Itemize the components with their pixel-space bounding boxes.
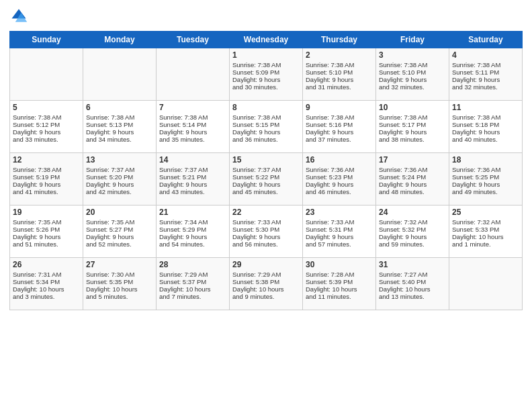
calendar-week-row: 26Sunrise: 7:31 AMSunset: 5:34 PMDayligh… [10,258,523,310]
day-number: 15 [232,155,300,165]
calendar-cell: 14Sunrise: 7:37 AMSunset: 5:21 PMDayligh… [157,153,230,205]
calendar-week-row: 12Sunrise: 7:38 AMSunset: 5:19 PMDayligh… [10,153,523,205]
logo [9,7,31,26]
cell-content-line: Sunrise: 7:38 AM [452,61,519,68]
cell-content-line: Sunset: 5:27 PM [86,226,153,233]
calendar-cell: 26Sunrise: 7:31 AMSunset: 5:34 PMDayligh… [10,258,83,310]
cell-content-line: and 38 minutes. [379,136,446,143]
day-number: 22 [232,208,300,217]
weekday-header: Wednesday [230,32,303,48]
cell-content-line: Daylight: 9 hours [379,233,446,240]
cell-content-line: Sunset: 5:25 PM [452,173,519,181]
cell-content-line: and 41 minutes. [13,188,80,195]
calendar-cell [83,48,157,101]
calendar-cell: 10Sunrise: 7:38 AMSunset: 5:17 PMDayligh… [376,101,449,153]
cell-content-line: and 34 minutes. [86,136,153,143]
cell-content-line: and 32 minutes. [452,83,519,91]
cell-content-line: and 5 minutes. [86,293,153,300]
cell-content-line: Daylight: 9 hours [159,128,226,136]
cell-content-line: Sunset: 5:18 PM [452,121,519,128]
cell-content-line: Sunset: 5:29 PM [159,226,226,233]
cell-content-line: Sunrise: 7:32 AM [379,218,446,226]
cell-content-line: Daylight: 9 hours [232,128,300,136]
cell-content-line: Sunrise: 7:27 AM [379,271,446,278]
cell-content-line: Daylight: 9 hours [13,181,80,188]
calendar-cell: 6Sunrise: 7:38 AMSunset: 5:13 PMDaylight… [83,101,157,153]
logo-icon [9,7,28,26]
day-number: 27 [86,260,153,269]
weekday-header: Tuesday [157,32,230,48]
cell-content-line: Sunrise: 7:34 AM [159,218,226,226]
calendar-cell: 31Sunrise: 7:27 AMSunset: 5:40 PMDayligh… [376,258,449,310]
cell-content-line: and 59 minutes. [379,240,446,248]
calendar-cell: 11Sunrise: 7:38 AMSunset: 5:18 PMDayligh… [449,101,523,153]
cell-content-line: and 57 minutes. [306,240,373,248]
cell-content-line: Daylight: 10 hours [306,285,373,293]
calendar-cell: 13Sunrise: 7:37 AMSunset: 5:20 PMDayligh… [83,153,157,205]
cell-content-line: and 45 minutes. [232,188,300,195]
cell-content-line: Sunrise: 7:31 AM [13,271,80,278]
calendar-cell: 28Sunrise: 7:29 AMSunset: 5:37 PMDayligh… [157,258,230,310]
calendar-cell: 15Sunrise: 7:37 AMSunset: 5:22 PMDayligh… [230,153,303,205]
cell-content-line: and 30 minutes. [232,83,300,91]
calendar-cell: 20Sunrise: 7:35 AMSunset: 5:27 PMDayligh… [83,205,157,258]
cell-content-line: Daylight: 10 hours [86,285,153,293]
day-number: 1 [232,50,300,60]
cell-content-line: Daylight: 9 hours [306,76,373,83]
cell-content-line: Sunset: 5:34 PM [13,278,80,285]
cell-content-line: Daylight: 9 hours [306,233,373,240]
cell-content-line: Daylight: 9 hours [159,233,226,240]
cell-content-line: Daylight: 10 hours [379,285,446,293]
cell-content-line: and 42 minutes. [86,188,153,195]
day-number: 12 [13,155,80,165]
cell-content-line: Sunrise: 7:38 AM [379,61,446,68]
cell-content-line: Sunset: 5:10 PM [306,68,373,76]
cell-content-line: Sunset: 5:15 PM [232,121,300,128]
day-number: 19 [13,208,80,217]
cell-content-line: Sunset: 5:14 PM [159,121,226,128]
day-number: 24 [379,208,446,217]
cell-content-line: and 33 minutes. [13,136,80,143]
calendar-cell: 3Sunrise: 7:38 AMSunset: 5:10 PMDaylight… [376,48,449,101]
cell-content-line: Sunrise: 7:30 AM [86,271,153,278]
cell-content-line: Sunrise: 7:36 AM [452,166,519,173]
cell-content-line: Sunrise: 7:38 AM [86,113,153,121]
cell-content-line: Daylight: 10 hours [159,285,226,293]
cell-content-line: and 3 minutes. [13,293,80,300]
cell-content-line: Sunset: 5:24 PM [379,173,446,181]
day-number: 31 [379,260,446,269]
day-number: 10 [379,103,446,112]
cell-content-line: Daylight: 9 hours [452,76,519,83]
calendar-cell: 30Sunrise: 7:28 AMSunset: 5:39 PMDayligh… [303,258,376,310]
cell-content-line: Sunset: 5:17 PM [379,121,446,128]
cell-content-line: and 7 minutes. [159,293,226,300]
weekday-header: Saturday [449,32,523,48]
cell-content-line: Sunset: 5:16 PM [306,121,373,128]
cell-content-line: Daylight: 9 hours [379,181,446,188]
cell-content-line: Sunrise: 7:37 AM [232,166,300,173]
calendar-week-row: 1Sunrise: 7:38 AMSunset: 5:09 PMDaylight… [10,48,523,101]
calendar-cell: 1Sunrise: 7:38 AMSunset: 5:09 PMDaylight… [230,48,303,101]
cell-content-line: Daylight: 9 hours [306,128,373,136]
cell-content-line: and 1 minute. [452,240,519,248]
cell-content-line: Sunset: 5:40 PM [379,278,446,285]
calendar-week-row: 19Sunrise: 7:35 AMSunset: 5:26 PMDayligh… [10,205,523,258]
cell-content-line: and 9 minutes. [232,293,300,300]
cell-content-line: Sunrise: 7:29 AM [159,271,226,278]
weekday-header: Thursday [303,32,376,48]
day-number: 28 [159,260,226,269]
cell-content-line: Sunset: 5:21 PM [159,173,226,181]
cell-content-line: and 52 minutes. [86,240,153,248]
day-number: 17 [379,155,446,165]
calendar-cell: 2Sunrise: 7:38 AMSunset: 5:10 PMDaylight… [303,48,376,101]
cell-content-line: Daylight: 9 hours [159,181,226,188]
cell-content-line: Sunrise: 7:37 AM [86,166,153,173]
cell-content-line: and 11 minutes. [306,293,373,300]
cell-content-line: Sunrise: 7:29 AM [232,271,300,278]
cell-content-line: Daylight: 9 hours [86,128,153,136]
cell-content-line: Daylight: 9 hours [306,181,373,188]
cell-content-line: Sunset: 5:30 PM [232,226,300,233]
cell-content-line: Sunrise: 7:38 AM [452,113,519,121]
weekday-header: Friday [376,32,449,48]
calendar-cell: 8Sunrise: 7:38 AMSunset: 5:15 PMDaylight… [230,101,303,153]
